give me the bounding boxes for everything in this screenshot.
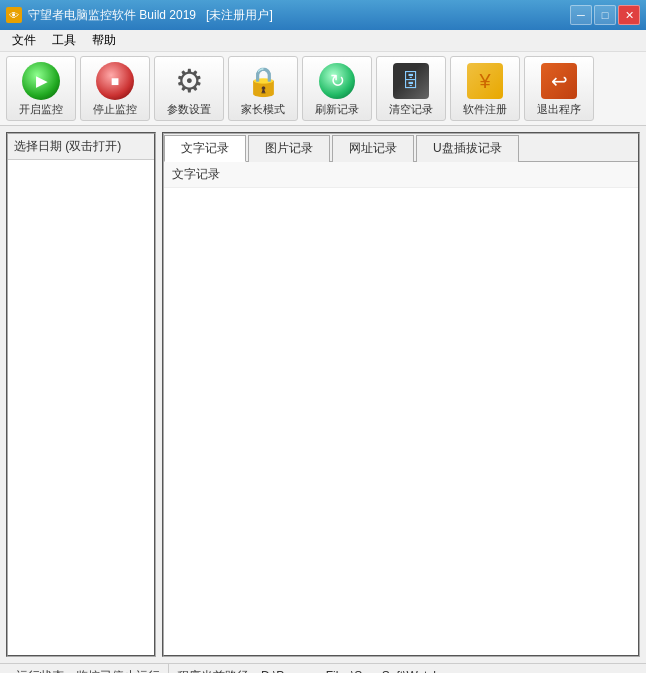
path-text: 程序当前路径：D:\Program Files\SeaySoft\Watcher <box>169 664 459 673</box>
app-icon: 👁 <box>6 7 22 23</box>
refresh-button[interactable]: ↻ 刷新记录 <box>302 56 372 121</box>
start-monitoring-button[interactable]: ▶ 开启监控 <box>6 56 76 121</box>
start-monitoring-label: 开启监控 <box>19 103 63 116</box>
date-panel-header: 选择日期 (双击打开) <box>8 134 154 160</box>
status-text: 运行状态：监控已停止运行 <box>8 664 169 673</box>
titlebar-title: 守望者电脑监控软件 Build 2019 [未注册用户] <box>28 7 273 24</box>
date-list[interactable] <box>8 160 154 655</box>
tab-content-title: 文字记录 <box>164 162 638 188</box>
family-mode-label: 家长模式 <box>241 103 285 116</box>
settings-label: 参数设置 <box>167 103 211 116</box>
settings-button[interactable]: ⚙ 参数设置 <box>154 56 224 121</box>
tab-image-records[interactable]: 图片记录 <box>248 135 330 162</box>
exit-icon: ↩ <box>539 61 579 101</box>
menu-item-help[interactable]: 帮助 <box>84 30 124 51</box>
date-panel: 选择日期 (双击打开) <box>6 132 156 657</box>
tab-text-records[interactable]: 文字记录 <box>164 135 246 162</box>
tab-content: 文字记录 <box>164 162 638 655</box>
start-icon: ▶ <box>21 61 61 101</box>
register-button[interactable]: ¥ 软件注册 <box>450 56 520 121</box>
tab-usb-records[interactable]: U盘插拔记录 <box>416 135 519 162</box>
registration-status: [未注册用户] <box>206 8 273 22</box>
family-mode-button[interactable]: 🔒 家长模式 <box>228 56 298 121</box>
stop-monitoring-button[interactable]: ■ 停止监控 <box>80 56 150 121</box>
main-content: 选择日期 (双击打开) 文字记录 图片记录 网址记录 U盘插拔记录 文字记录 <box>0 126 646 663</box>
refresh-icon: ↻ <box>317 61 357 101</box>
stop-icon: ■ <box>95 61 135 101</box>
menu-item-tools[interactable]: 工具 <box>44 30 84 51</box>
app-title: 守望者电脑监控软件 Build 2019 <box>28 8 196 22</box>
register-label: 软件注册 <box>463 103 507 116</box>
close-button[interactable]: ✕ <box>618 5 640 25</box>
text-record-content[interactable] <box>164 188 638 655</box>
clear-label: 清空记录 <box>389 103 433 116</box>
titlebar: 👁 守望者电脑监控软件 Build 2019 [未注册用户] ─ □ ✕ <box>0 0 646 30</box>
settings-icon: ⚙ <box>169 61 209 101</box>
minimize-button[interactable]: ─ <box>570 5 592 25</box>
right-panel: 文字记录 图片记录 网址记录 U盘插拔记录 文字记录 <box>162 132 640 657</box>
toolbar: ▶ 开启监控 ■ 停止监控 ⚙ 参数设置 🔒 家长模式 ↻ 刷新记录 🗄 清空记… <box>0 52 646 126</box>
clear-icon: 🗄 <box>391 61 431 101</box>
titlebar-left: 👁 守望者电脑监控软件 Build 2019 [未注册用户] <box>6 7 273 24</box>
register-icon: ¥ <box>465 61 505 101</box>
refresh-label: 刷新记录 <box>315 103 359 116</box>
exit-button[interactable]: ↩ 退出程序 <box>524 56 594 121</box>
tab-web-records[interactable]: 网址记录 <box>332 135 414 162</box>
exit-label: 退出程序 <box>537 103 581 116</box>
maximize-button[interactable]: □ <box>594 5 616 25</box>
menu-item-file[interactable]: 文件 <box>4 30 44 51</box>
statusbar: 运行状态：监控已停止运行 程序当前路径：D:\Program Files\Sea… <box>0 663 646 673</box>
titlebar-controls: ─ □ ✕ <box>570 5 640 25</box>
family-icon: 🔒 <box>243 61 283 101</box>
stop-monitoring-label: 停止监控 <box>93 103 137 116</box>
tab-bar: 文字记录 图片记录 网址记录 U盘插拔记录 <box>164 134 638 162</box>
clear-button[interactable]: 🗄 清空记录 <box>376 56 446 121</box>
menubar: 文件 工具 帮助 <box>0 30 646 52</box>
